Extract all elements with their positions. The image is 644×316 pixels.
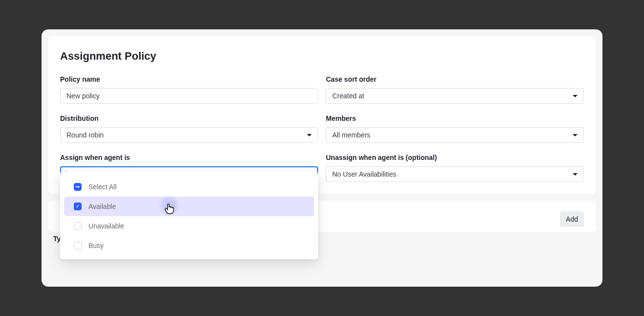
members-value: All members <box>332 131 370 139</box>
add-button[interactable]: Add <box>560 211 584 227</box>
option-unavailable[interactable]: Unavailable <box>64 216 314 236</box>
unassign-when-label: Unassign when agent is (optional) <box>326 154 584 161</box>
form-card: Assignment Policy Policy name New policy… <box>48 36 596 194</box>
option-busy[interactable]: Busy <box>64 236 314 255</box>
form-grid: Policy name New policy Case sort order C… <box>60 75 584 182</box>
checkbox-indeterminate-icon <box>74 183 82 191</box>
members-label: Members <box>326 114 584 122</box>
option-label: Available <box>88 203 116 210</box>
case-sort-order-value: Created at <box>332 92 364 100</box>
assign-when-field: Assign when agent is Available Select Al… <box>60 154 318 182</box>
policy-name-field: Policy name New policy <box>60 75 318 104</box>
distribution-label: Distribution <box>60 114 318 122</box>
checkbox-checked-icon: ✓ <box>74 203 82 210</box>
policy-name-value: New policy <box>66 92 100 100</box>
option-label: Select All <box>88 183 117 191</box>
option-label: Unavailable <box>88 222 124 230</box>
pointer-cursor-icon <box>164 203 175 217</box>
unassign-when-select[interactable]: No User Availabilities <box>326 166 584 182</box>
policy-name-input[interactable]: New policy <box>60 88 318 104</box>
distribution-value: Round robin <box>66 131 104 139</box>
unassign-when-field: Unassign when agent is (optional) No Use… <box>326 154 584 182</box>
checkbox-empty-icon <box>74 222 82 230</box>
policy-name-label: Policy name <box>60 75 318 83</box>
option-label: Busy <box>88 242 104 249</box>
caret-down-icon <box>573 134 578 136</box>
option-available[interactable]: ✓ Available <box>64 197 314 216</box>
members-field: Members All members <box>326 114 584 143</box>
distribution-select[interactable]: Round robin <box>60 127 318 143</box>
modal-card: Assignment Policy Policy name New policy… <box>42 29 602 287</box>
checkbox-empty-icon <box>74 242 82 249</box>
case-sort-order-field: Case sort order Created at <box>326 75 584 104</box>
members-select[interactable]: All members <box>326 127 584 143</box>
page-title: Assignment Policy <box>60 50 584 63</box>
assign-when-dropdown: Select All ✓ Available <box>60 171 318 259</box>
unassign-when-value: No User Availabilities <box>332 170 396 178</box>
case-sort-order-label: Case sort order <box>326 75 584 83</box>
option-select-all[interactable]: Select All <box>64 177 314 197</box>
caret-down-icon <box>573 173 578 176</box>
caret-down-icon <box>573 95 578 97</box>
click-halo <box>158 194 180 217</box>
assign-when-label: Assign when agent is <box>60 154 318 161</box>
caret-down-icon <box>307 134 312 136</box>
case-sort-order-select[interactable]: Created at <box>326 88 584 104</box>
distribution-field: Distribution Round robin <box>60 114 318 143</box>
